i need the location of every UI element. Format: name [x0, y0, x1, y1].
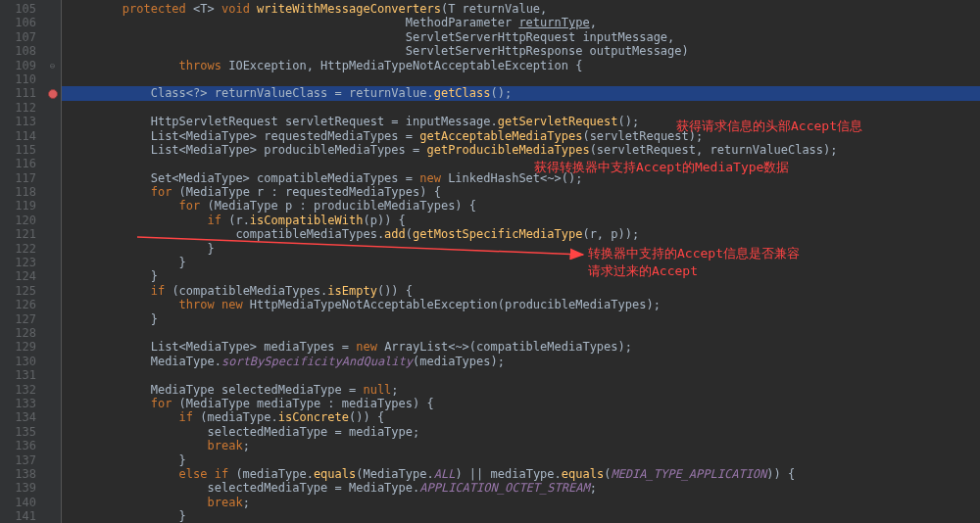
- code-line[interactable]: ServletServerHttpResponse outputMessage): [62, 44, 980, 58]
- code-line[interactable]: else if (mediaType.equals(MediaType.ALL)…: [62, 467, 980, 481]
- code-line[interactable]: MediaType selectedMediaType = null;: [62, 383, 980, 397]
- annotation-compat-line2: 请求过来的Accept: [588, 262, 698, 280]
- gutter-cell[interactable]: [44, 86, 61, 100]
- gutter-cell[interactable]: [44, 214, 61, 227]
- code-line[interactable]: for (MediaType p : producibleMediaTypes)…: [62, 199, 980, 213]
- line-number: 119: [0, 199, 44, 213]
- line-number: 120: [0, 214, 44, 227]
- gutter-cell[interactable]: [44, 368, 61, 382]
- gutter-cell[interactable]: [44, 439, 61, 452]
- code-line[interactable]: [62, 326, 980, 340]
- gutter-cell[interactable]: [44, 171, 61, 185]
- gutter-cell[interactable]: [44, 185, 61, 199]
- line-number: 110: [0, 72, 44, 86]
- code-area[interactable]: protected <T> void writeWithMessageConve…: [62, 0, 980, 523]
- line-number: 128: [0, 326, 44, 340]
- gutter-cell[interactable]: [44, 410, 61, 424]
- code-line[interactable]: MethodParameter returnType,: [62, 16, 980, 29]
- gutter-cell[interactable]: [44, 326, 61, 340]
- gutter-cell[interactable]: [44, 453, 61, 467]
- line-number: 136: [0, 439, 44, 452]
- line-number: 116: [0, 157, 44, 170]
- code-line[interactable]: }: [62, 256, 980, 269]
- code-line[interactable]: }: [62, 453, 980, 467]
- code-line[interactable]: List<MediaType> mediaTypes = new ArrayLi…: [62, 340, 980, 354]
- gutter-cell[interactable]: [44, 143, 61, 157]
- code-line[interactable]: MediaType.sortBySpecificityAndQuality(me…: [62, 355, 980, 368]
- breakpoint-icon[interactable]: [48, 89, 58, 99]
- gutter-cell[interactable]: [44, 312, 61, 326]
- gutter-cell[interactable]: [44, 397, 61, 410]
- line-number: 117: [0, 171, 44, 185]
- gutter-cell[interactable]: [44, 284, 61, 298]
- line-number: 139: [0, 481, 44, 495]
- gutter-cell[interactable]: [44, 467, 61, 481]
- code-line[interactable]: if (r.isCompatibleWith(p)) {: [62, 214, 980, 227]
- gutter-cell[interactable]: [44, 16, 61, 29]
- code-line[interactable]: for (MediaType mediaType : mediaTypes) {: [62, 397, 980, 410]
- line-number: 126: [0, 298, 44, 311]
- annotation-accept-header: 获得请求信息的头部Accept信息: [676, 118, 862, 135]
- code-line[interactable]: throw new HttpMediaTypeNotAcceptableExce…: [62, 298, 980, 311]
- gutter-cell[interactable]: [44, 242, 61, 256]
- gutter-cell[interactable]: [44, 2, 61, 16]
- gutter-cell[interactable]: [44, 383, 61, 397]
- gutter-cell[interactable]: [44, 30, 61, 44]
- gutter-cell[interactable]: [44, 509, 61, 523]
- code-line[interactable]: protected <T> void writeWithMessageConve…: [62, 2, 980, 16]
- breakpoint-gutter[interactable]: ⊖: [44, 0, 62, 523]
- line-number: 113: [0, 115, 44, 128]
- gutter-cell[interactable]: [44, 44, 61, 58]
- code-line[interactable]: break;: [62, 439, 980, 452]
- gutter-cell[interactable]: [44, 72, 61, 86]
- code-line[interactable]: }: [62, 242, 980, 256]
- code-line[interactable]: if (mediaType.isConcrete()) {: [62, 410, 980, 424]
- gutter-cell[interactable]: [44, 115, 61, 128]
- code-line[interactable]: [62, 157, 980, 170]
- code-line[interactable]: [62, 101, 980, 115]
- gutter-cell[interactable]: ⊖: [44, 59, 61, 72]
- gutter-cell[interactable]: [44, 199, 61, 213]
- code-line[interactable]: }: [62, 269, 980, 283]
- gutter-cell[interactable]: [44, 496, 61, 509]
- code-line[interactable]: Class<?> returnValueClass = returnValue.…: [62, 86, 980, 100]
- line-number: 114: [0, 129, 44, 143]
- fold-icon[interactable]: ⊖: [50, 61, 55, 71]
- code-line[interactable]: throws IOException, HttpMediaTypeNotAcce…: [62, 59, 980, 72]
- code-line[interactable]: compatibleMediaTypes.add(getMostSpecific…: [62, 227, 980, 241]
- code-line[interactable]: List<MediaType> producibleMediaTypes = g…: [62, 143, 980, 157]
- line-number: 130: [0, 355, 44, 368]
- gutter-cell[interactable]: [44, 101, 61, 115]
- gutter-cell[interactable]: [44, 129, 61, 143]
- gutter-cell[interactable]: [44, 269, 61, 283]
- code-line[interactable]: }: [62, 509, 980, 523]
- gutter-cell[interactable]: [44, 227, 61, 241]
- code-line[interactable]: selectedMediaType = MediaType.APPLICATIO…: [62, 481, 980, 495]
- code-line[interactable]: ServletServerHttpRequest inputMessage,: [62, 30, 980, 44]
- gutter-cell[interactable]: [44, 298, 61, 311]
- line-number: 112: [0, 101, 44, 115]
- code-editor[interactable]: 1051061071081091101111121131141151161171…: [0, 0, 980, 523]
- line-number: 109: [0, 59, 44, 72]
- gutter-cell[interactable]: [44, 425, 61, 439]
- line-number: 107: [0, 30, 44, 44]
- line-number: 106: [0, 16, 44, 29]
- gutter-cell[interactable]: [44, 355, 61, 368]
- line-number: 122: [0, 242, 44, 256]
- gutter-cell[interactable]: [44, 256, 61, 269]
- gutter-cell[interactable]: [44, 481, 61, 495]
- code-line[interactable]: [62, 368, 980, 382]
- code-line[interactable]: for (MediaType r : requestedMediaTypes) …: [62, 185, 980, 199]
- code-line[interactable]: }: [62, 312, 980, 326]
- code-line[interactable]: if (compatibleMediaTypes.isEmpty()) {: [62, 284, 980, 298]
- code-line[interactable]: [62, 72, 980, 86]
- gutter-cell[interactable]: [44, 340, 61, 354]
- line-number: 118: [0, 185, 44, 199]
- line-number: 121: [0, 227, 44, 241]
- line-number: 127: [0, 312, 44, 326]
- code-line[interactable]: Set<MediaType> compatibleMediaTypes = ne…: [62, 171, 980, 185]
- line-number: 129: [0, 340, 44, 354]
- gutter-cell[interactable]: [44, 157, 61, 170]
- code-line[interactable]: selectedMediaType = mediaType;: [62, 425, 980, 439]
- code-line[interactable]: break;: [62, 496, 980, 509]
